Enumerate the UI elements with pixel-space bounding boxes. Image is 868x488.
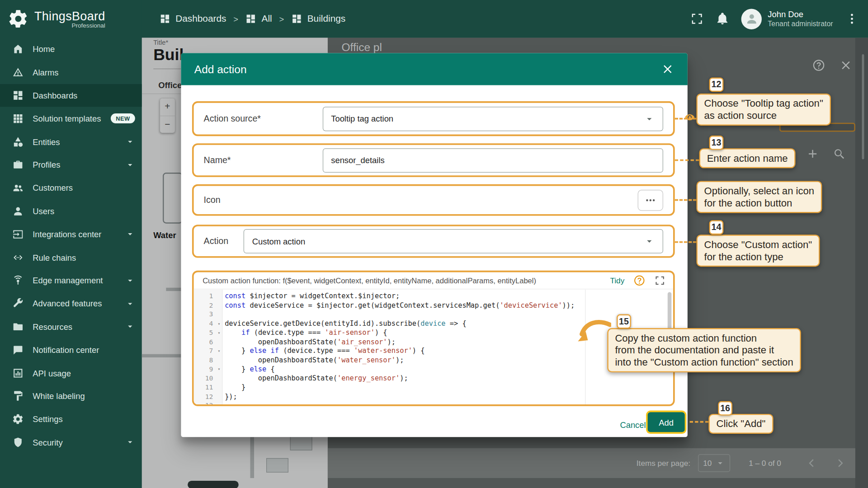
sidebar-item-label: API usage [33,368,135,378]
sidebar-item-label: Security [33,437,116,447]
icon-picker-button[interactable] [638,189,663,211]
sidebar-item-label: Customers [33,183,135,193]
more-menu-icon[interactable] [845,12,859,25]
sidebar-item-integrations-center[interactable]: Integrations center [0,223,142,246]
notifications-bell-icon[interactable] [716,12,729,25]
sidebar-item-label: Dashboards [33,91,135,100]
sidebar-item-api-usage[interactable]: API usage [0,361,142,385]
code-line [225,310,673,319]
sidebar: ThingsBoard Professional HomeAlarmsDashb… [0,0,142,488]
name-row: Name* [192,143,675,177]
gutter-line-number: 9▾ [194,365,222,374]
sidebar-item-alarms[interactable]: Alarms [0,61,142,84]
users-icon [12,205,24,217]
gutter-line-number: 13 [194,401,222,404]
warning-icon [12,66,24,78]
gutter-line-number: 7▾ [194,347,222,356]
user-name: John Doe [768,9,833,19]
sidebar-item-notification-center[interactable]: Notification center [0,338,142,361]
dialog-title: Add action [194,63,247,75]
connector-line [675,241,697,243]
custom-function-signature: Custom action function: f($event, widget… [203,277,601,285]
advanced-icon [12,298,24,310]
dialog-close-icon[interactable] [661,62,674,75]
settings-icon [12,413,24,425]
breadcrumb-separator: > [233,14,238,23]
tidy-button[interactable]: Tidy [610,276,624,285]
callout-step-15: Copy the custom action functionfrom the … [607,328,801,372]
sidebar-item-label: Resources [33,322,116,332]
add-button[interactable]: Add [648,412,685,432]
more-horiz-icon [644,193,657,206]
sidebar-item-home[interactable]: Home [0,38,142,61]
app-edition: Professional [72,22,105,28]
sidebar-item-rule-chains[interactable]: Rule chains [0,246,142,269]
sidebar-item-label: Edge management [33,276,116,285]
thingsboard-logo[interactable]: ThingsBoard Professional [0,0,142,38]
code-help-icon[interactable] [633,274,646,286]
add-action-dialog: Add action Action source* Tooltip tag ac… [181,53,687,437]
sidebar-item-profiles[interactable]: Profiles [0,153,142,176]
sidebar-item-security[interactable]: Security [0,431,142,454]
sidebar-item-users[interactable]: Users [0,200,142,223]
sidebar-item-label: White labeling [33,391,135,401]
security-icon [12,436,24,448]
sidebar-item-label: Solution templates [33,114,102,123]
breadcrumb-item[interactable]: All [245,13,272,24]
chevron-down-icon [125,137,135,147]
api-icon [12,367,24,379]
action-source-label: Action source* [204,114,261,124]
breadcrumb-separator: > [279,14,284,23]
sidebar-item-label: Users [33,206,135,216]
sidebar-item-white-labeling[interactable]: White labeling [0,385,142,408]
chevron-down-icon [125,160,135,170]
action-source-row: Action source* Tooltip tag action [192,101,675,136]
action-type-row: Action Custom action [192,225,675,258]
code-header: Custom action function: f($event, widget… [194,272,673,289]
sidebar-item-label: Entities [33,137,116,146]
connector-line [675,160,699,161]
home-icon [12,43,24,55]
sidebar-item-label: Rule chains [33,253,135,262]
app-root: ThingsBoard Professional HomeAlarmsDashb… [0,0,868,488]
rule-chains-icon [12,252,24,263]
code-line: } else { [225,365,673,374]
sidebar-item-entities[interactable]: Entities [0,130,142,153]
resources-icon [12,321,24,333]
sidebar-item-settings[interactable]: Settings [0,408,142,431]
person-icon [744,12,759,26]
action-source-select[interactable]: Tooltip tag action [323,107,663,131]
breadcrumb-item[interactable]: Dashboards [160,13,226,24]
fullscreen-icon[interactable] [690,12,703,25]
topbar-actions: John Doe Tenant administrator [690,0,859,38]
chevron-down-icon [125,299,135,309]
sidebar-item-label: Profiles [33,160,116,169]
callout-step-16: Click "Add" [708,414,773,434]
code-line: const $injector = widgetContext.$injecto… [225,291,673,300]
gutter-line-number: 2 [194,301,222,310]
breadcrumb-item[interactable]: Buildings [291,13,345,24]
avatar [741,9,762,29]
name-input[interactable] [331,155,655,165]
icon-row: Icon [192,184,675,216]
step-badge-13: 13 [709,136,724,150]
dashboards-icon [12,89,24,101]
sidebar-item-customers[interactable]: Customers [0,176,142,199]
dashboards-icon [160,13,170,24]
action-type-select[interactable]: Custom action [244,229,663,253]
sidebar-item-dashboards[interactable]: Dashboards [0,84,142,107]
sidebar-item-edge-management[interactable]: Edge management [0,269,142,292]
sidebar-item-advanced-features[interactable]: Advanced features [0,292,142,315]
callout-step-14: Choose "Custom action"for the action typ… [696,235,820,267]
customers-icon [12,182,24,194]
sidebar-item-solution-templates[interactable]: Solution templatesNEW [0,107,142,130]
sidebar-item-label: Home [33,44,135,54]
code-fullscreen-icon[interactable] [654,275,665,286]
sidebar-item-label: Notification center [33,345,135,355]
user-menu[interactable]: John Doe Tenant administrator [741,9,833,29]
callout-step-13: Enter action name [699,148,796,168]
sidebar-item-resources[interactable]: Resources [0,315,142,338]
gutter-line-number: 6 [194,337,222,346]
dashboards-icon [291,13,302,24]
chevron-down-icon [125,322,135,332]
